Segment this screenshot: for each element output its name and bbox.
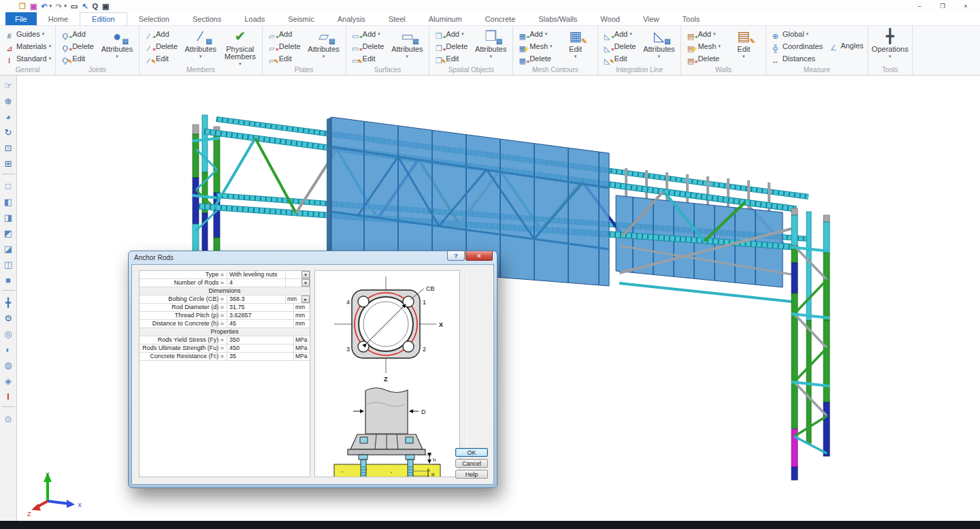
ribbon-small-button[interactable]: I Standard▾	[3, 52, 52, 65]
ribbon-small-button[interactable]: ▤× Delete	[684, 52, 721, 65]
field-value[interactable]: 3.62857	[227, 312, 293, 319]
view-toolbar-icon[interactable]: ⊡	[1, 141, 16, 155]
ribbon-large-button[interactable]: ●▤ Attributes▾	[98, 27, 136, 66]
ribbon-small-button[interactable]: ∕× Delete	[142, 40, 179, 52]
view-toolbar-icon[interactable]: ◐	[1, 342, 16, 357]
ribbon-small-button[interactable]: Ϙ+ Add	[59, 28, 95, 40]
ribbon-tab[interactable]: Concrete	[474, 12, 527, 25]
view-toolbar-icon[interactable]: ◩	[1, 226, 16, 240]
quick-access-icon[interactable]: ↶	[41, 1, 47, 12]
ribbon-small-button[interactable]: ⊿ Materials▾	[3, 40, 52, 52]
view-toolbar-icon[interactable]	[2, 406, 15, 410]
ribbon-small-button[interactable]: ▭✎ Edit	[349, 52, 386, 65]
ribbon-tab[interactable]: Sections	[181, 12, 233, 25]
view-toolbar-icon[interactable]: ╋	[1, 295, 16, 310]
ribbon-small-button[interactable]: ▦+ Add▾	[516, 28, 553, 40]
ribbon-small-button[interactable]: ∠ Angles	[827, 39, 865, 52]
ribbon-small-button[interactable]: ◺✎ Edit	[601, 52, 638, 65]
ribbon-large-button[interactable]: ╋ Operations▾	[871, 27, 909, 66]
view-toolbar-icon[interactable]: ◫	[1, 257, 16, 272]
quick-access-icon[interactable]: ❒	[19, 1, 26, 12]
quick-access-icon[interactable]: ↷	[56, 1, 62, 12]
field-dropdown-icon[interactable]: ▾	[301, 271, 310, 278]
quick-access-icon[interactable]: ▭	[71, 1, 78, 12]
ribbon-small-button[interactable]: ▦× Delete	[516, 52, 553, 65]
view-toolbar-icon[interactable]: ◈	[1, 374, 16, 388]
field-value[interactable]: 450	[227, 344, 293, 352]
field-value[interactable]: 45	[227, 320, 293, 327]
view-toolbar-icon[interactable]	[2, 174, 15, 177]
field-value[interactable]: 31.75	[227, 304, 293, 311]
help-button[interactable]: Help	[455, 470, 488, 479]
ribbon-small-button[interactable]: ⊕ Global▾	[769, 28, 824, 40]
quick-access-icon[interactable]: ▾	[50, 1, 52, 12]
view-toolbar-icon[interactable]	[2, 290, 15, 293]
dialog-close-icon[interactable]: ×	[466, 251, 493, 261]
right-tower[interactable]	[791, 208, 830, 480]
view-toolbar-icon[interactable]: ◍	[1, 358, 16, 372]
restore-icon[interactable]: ❐	[932, 1, 953, 12]
ribbon-tab[interactable]: Seismic	[276, 12, 326, 25]
ribbon-small-button[interactable]: ❒✎ Edit	[432, 52, 469, 65]
ribbon-large-button[interactable]: ▤✎ Edit▾	[725, 27, 763, 66]
ribbon-tab[interactable]: Home	[37, 12, 80, 25]
ribbon-large-button[interactable]: ▭▤ Attributes▾	[388, 27, 426, 66]
quick-access-icon[interactable]: ▣	[30, 1, 37, 12]
view-toolbar-icon[interactable]: ■	[1, 273, 16, 287]
ribbon-tab[interactable]: View	[632, 12, 671, 25]
ribbon-small-button[interactable]: ❒× Delete	[432, 40, 469, 52]
anchor-rods-dialog[interactable]: Anchor Rods ? × Type = With leveling nut…	[128, 251, 497, 488]
view-toolbar-icon[interactable]: ◎	[1, 327, 16, 341]
view-toolbar-icon[interactable]: I	[1, 389, 16, 404]
ribbon-tab[interactable]: Edition	[80, 12, 127, 25]
ribbon-large-button[interactable]: ❒▤ Attributes▾	[472, 27, 510, 66]
ribbon-large-button[interactable]: ◺▤ Attributes▾	[640, 27, 678, 66]
ribbon-large-button[interactable]: ✔ Physical Members▾	[221, 27, 259, 66]
ribbon-small-button[interactable]: ▭× Delete	[349, 40, 386, 52]
ribbon-small-button[interactable]: Ϙ× Delete	[59, 40, 95, 52]
ribbon-small-button[interactable]: ▱✎ Edit	[265, 52, 302, 65]
view-toolbar-icon[interactable]: ⊞	[1, 157, 16, 171]
ribbon-small-button[interactable]: ↔ Distances	[769, 52, 824, 65]
view-toolbar-icon[interactable]: ↻	[1, 125, 16, 140]
quick-access-icon[interactable]: ▣	[102, 1, 109, 12]
ribbon-small-button[interactable]: ∕+ Add	[142, 28, 179, 40]
ribbon-tab[interactable]: Wood	[589, 12, 632, 25]
ribbon-small-button[interactable]: ▤+ Add▾	[684, 28, 721, 40]
ribbon-tab[interactable]: Selection	[127, 12, 181, 25]
field-value[interactable]: With leveling nuts	[227, 271, 285, 278]
ribbon-small-button[interactable]: ▤⚡ Mesh▾	[684, 40, 721, 52]
minimize-icon[interactable]: –	[909, 1, 930, 12]
ribbon-small-button[interactable]: ▦⚡ Mesh▾	[516, 40, 553, 52]
ribbon-tab[interactable]: Loads	[233, 12, 276, 25]
ribbon-small-button[interactable]: ◺+ Add▾	[601, 28, 638, 40]
field-value[interactable]: 35	[227, 353, 293, 360]
view-toolbar-icon[interactable]: ◨	[1, 210, 16, 225]
ribbon-large-button[interactable]: ▦✎ Edit▾	[557, 27, 595, 66]
ribbon-large-button[interactable]: ∕▤ Attributes▾	[182, 27, 220, 66]
ribbon-tab[interactable]: Analysis	[326, 12, 377, 25]
ribbon-small-button[interactable]: # Guides▾	[3, 28, 52, 40]
ribbon-small-button[interactable]: ╬ Coordinates	[769, 40, 824, 52]
quick-access-icon[interactable]: ▾	[64, 1, 67, 12]
ribbon-large-button[interactable]: ▱▤ Attributes▾	[305, 27, 343, 66]
window-titlebar[interactable]: ❒▣↶▾↷▾▭↖Q▣ – ❐ ×	[0, 0, 980, 12]
quick-access-icon[interactable]: Q	[92, 1, 98, 12]
view-toolbar-icon[interactable]: □	[1, 179, 16, 193]
close-icon[interactable]: ×	[956, 1, 976, 12]
quick-access-icon[interactable]: ↖	[82, 1, 88, 12]
ribbon-small-button[interactable]: ▭+ Add▾	[349, 28, 386, 40]
field-value[interactable]: 350	[227, 336, 293, 344]
ribbon-tab[interactable]: Aluminum	[417, 12, 474, 25]
view-toolbar-icon[interactable]: ☞	[1, 78, 16, 93]
ribbon-small-button[interactable]: ❒+ Add▾	[432, 28, 469, 40]
view-toolbar-icon[interactable]: ⊕	[1, 94, 16, 108]
field-value[interactable]: 368.3	[227, 295, 285, 303]
ribbon-small-button[interactable]: ▱× Delete	[265, 40, 302, 52]
view-toolbar-icon[interactable]: ◕	[1, 110, 16, 124]
dialog-titlebar[interactable]: Anchor Rods	[129, 251, 497, 264]
field-value[interactable]: 4	[227, 279, 285, 287]
ribbon-small-button[interactable]: Ϙ✎ Edit	[59, 52, 95, 65]
field-dropdown-icon[interactable]: ▸	[301, 295, 310, 303]
cancel-button[interactable]: Cancel	[455, 459, 488, 468]
